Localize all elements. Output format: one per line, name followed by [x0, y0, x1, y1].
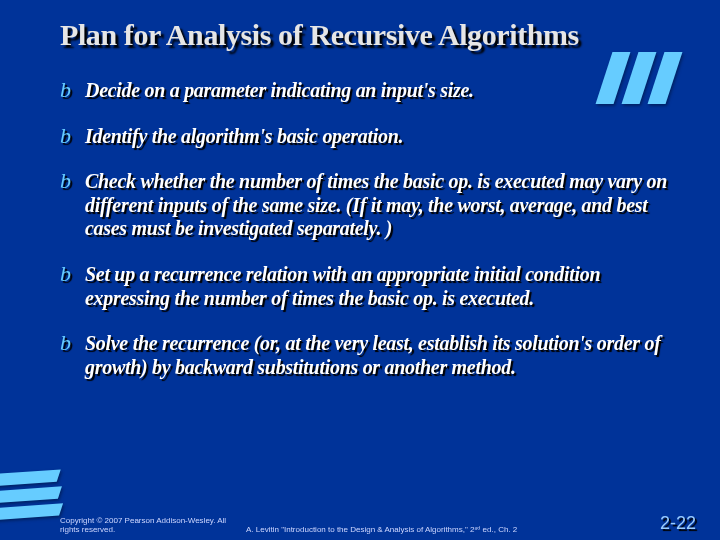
page-number: 2-22 — [660, 513, 702, 534]
stripe-icon — [0, 469, 61, 486]
list-item: b Set up a recurrence relation with an a… — [60, 263, 682, 310]
citation-text: A. Levitin "Introduction to the Design &… — [240, 525, 660, 534]
bullet-text: Set up a recurrence relation with an app… — [85, 263, 682, 310]
bullet-text: Identify the algorithm's basic operation… — [85, 125, 403, 149]
bullet-icon: b — [60, 263, 71, 285]
slide: Plan for Analysis of Recursive Algorithm… — [0, 0, 720, 540]
copyright-text: Copyright © 2007 Pearson Addison-Wesley.… — [60, 516, 240, 534]
bullet-icon: b — [60, 79, 71, 101]
corner-decoration — [604, 52, 694, 104]
bullet-text: Check whether the number of times the ba… — [85, 170, 682, 241]
list-item: b Identify the algorithm's basic operati… — [60, 125, 682, 149]
bullet-icon: b — [60, 332, 71, 354]
list-item: b Check whether the number of times the … — [60, 170, 682, 241]
bullet-list: b Decide on a parameter indicating an in… — [60, 79, 692, 379]
bullet-text: Solve the recurrence (or, at the very le… — [85, 332, 682, 379]
list-item: b Decide on a parameter indicating an in… — [60, 79, 682, 103]
bullet-icon: b — [60, 170, 71, 192]
stripe-icon — [0, 503, 63, 520]
bullet-icon: b — [60, 125, 71, 147]
stripe-icon — [0, 486, 62, 503]
bullet-text: Decide on a parameter indicating an inpu… — [85, 79, 474, 103]
list-item: b Solve the recurrence (or, at the very … — [60, 332, 682, 379]
bottom-decoration — [0, 470, 62, 521]
slide-title: Plan for Analysis of Recursive Algorithm… — [60, 18, 692, 51]
footer: Copyright © 2007 Pearson Addison-Wesley.… — [60, 513, 702, 534]
